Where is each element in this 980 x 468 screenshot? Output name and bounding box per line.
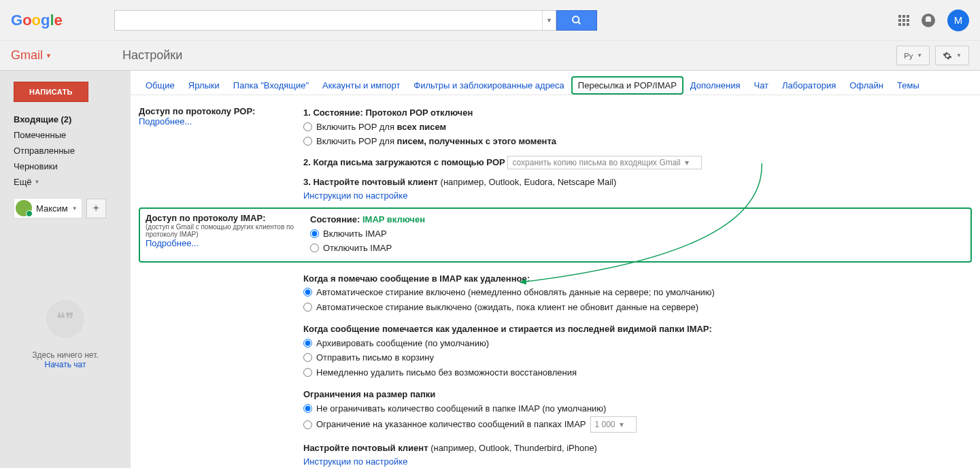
folder-limit-heading: Ограничения на размер папки [303, 388, 972, 401]
hangouts-user-chip[interactable]: Максим ▼ [14, 198, 82, 218]
expunge-trash-radio[interactable] [303, 353, 312, 362]
tab-forwarding-pop-imap[interactable]: Пересылка и POP/IMAP [571, 76, 683, 95]
tab-labs[interactable]: Лаборатория [775, 76, 843, 95]
search-input[interactable] [115, 11, 542, 30]
auto-expunge-on-radio[interactable] [303, 288, 312, 297]
gmail-dropdown[interactable]: Gmail▼ [11, 48, 52, 63]
tab-inbox[interactable]: Папка "Входящие" [226, 76, 316, 95]
tab-themes[interactable]: Темы [890, 76, 926, 95]
sidebar-item-starred[interactable]: Помеченные [14, 127, 131, 143]
folder-limit-radio[interactable] [303, 420, 312, 429]
pop-status-label: 1. Состояние: Протокол POP отключен [303, 106, 972, 120]
sidebar-item-sent[interactable]: Отправленные [14, 143, 131, 158]
imap-setup-instructions-link[interactable]: Инструкции по настройке [303, 456, 407, 467]
svg-point-0 [573, 16, 579, 22]
imap-heading: Доступ по протоколу IMAP: [146, 213, 302, 223]
search-dropdown-icon[interactable]: ▼ [542, 11, 556, 30]
page-title: Настройки [122, 48, 182, 63]
imap-highlight-box: Доступ по протоколу IMAP: (доступ к Gmai… [139, 207, 972, 263]
tab-general[interactable]: Общие [139, 76, 182, 95]
search-button[interactable] [556, 10, 597, 31]
imap-subtext: (доступ к Gmail с помощью других клиенто… [146, 223, 302, 238]
notifications-icon[interactable] [922, 14, 935, 27]
hangouts-empty-text: Здесь ничего нет. [14, 350, 117, 360]
sidebar-item-drafts[interactable]: Черновики [14, 158, 131, 174]
expunge-delete-radio[interactable] [303, 368, 312, 377]
google-logo[interactable]: Google [11, 9, 73, 31]
imap-status-value: IMAP включен [362, 214, 425, 224]
tab-accounts[interactable]: Аккаунты и импорт [316, 76, 407, 95]
search-icon [571, 15, 582, 26]
add-contact-button[interactable]: + [86, 199, 106, 218]
account-avatar[interactable]: М [947, 10, 969, 31]
settings-tabs: Общие Ярлыки Папка "Входящие" Аккаунты и… [131, 71, 980, 95]
pop-learn-more-link[interactable]: Подробнее... [139, 116, 192, 127]
auto-expunge-off-radio[interactable] [303, 303, 312, 312]
sidebar-item-inbox[interactable]: Входящие (2) [14, 112, 131, 127]
imap-learn-more-link[interactable]: Подробнее... [146, 238, 199, 248]
pop-enable-new-radio[interactable] [303, 137, 312, 146]
hangouts-start-chat-link[interactable]: Начать чат [14, 360, 117, 369]
sidebar-item-more[interactable]: Ещё▼ [14, 174, 131, 190]
pop-enable-all-radio[interactable] [303, 122, 312, 131]
folder-nolimit-radio[interactable] [303, 404, 312, 413]
search-box: ▼ [114, 10, 556, 31]
tab-chat[interactable]: Чат [747, 76, 775, 95]
imap-delete-heading: Когда я помечаю сообщение в IMAP как уда… [303, 272, 972, 286]
tab-addons[interactable]: Дополнения [683, 76, 747, 95]
expunge-archive-radio[interactable] [303, 339, 312, 348]
hangouts-icon: ❝❞ [46, 300, 84, 338]
settings-gear-button[interactable]: ▼ [935, 46, 969, 65]
svg-line-1 [578, 22, 580, 24]
tab-offline[interactable]: Офлайн [843, 76, 890, 95]
apps-icon[interactable] [898, 15, 909, 26]
gear-icon [943, 51, 952, 61]
tab-labels[interactable]: Ярлыки [182, 76, 226, 95]
folder-limit-select[interactable]: 1 000 ▾ [590, 416, 637, 433]
input-language-button[interactable]: Ру▼ [896, 46, 930, 65]
user-presence-avatar [16, 200, 32, 216]
imap-disable-radio[interactable] [310, 244, 319, 252]
imap-expunge-heading: Когда сообщение помечается как удаленное… [303, 322, 972, 336]
pop-heading: Доступ по протоколу POP: [139, 106, 295, 116]
caret-down-icon: ▼ [46, 52, 52, 59]
compose-button[interactable]: НАПИСАТЬ [14, 82, 88, 102]
pop-setup-instructions-link[interactable]: Инструкции по настройке [303, 190, 407, 201]
tab-filters[interactable]: Фильтры и заблокированные адреса [407, 76, 571, 95]
imap-enable-radio[interactable] [310, 229, 319, 238]
pop-action-select[interactable]: сохранить копию письма во входящих Gmail… [507, 156, 702, 169]
